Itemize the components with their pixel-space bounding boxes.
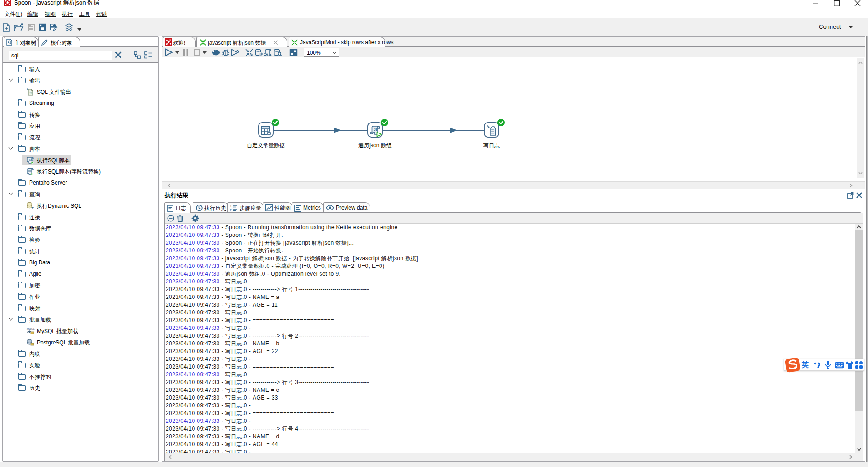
svg-text:SQL: SQL <box>29 92 34 94</box>
svg-text:MySQL: MySQL <box>27 328 35 330</box>
svg-text:SQL: SQL <box>29 159 33 161</box>
svg-text:JS: JS <box>374 128 378 131</box>
svg-text:2: 2 <box>230 209 232 212</box>
svg-text:1: 1 <box>230 205 232 208</box>
